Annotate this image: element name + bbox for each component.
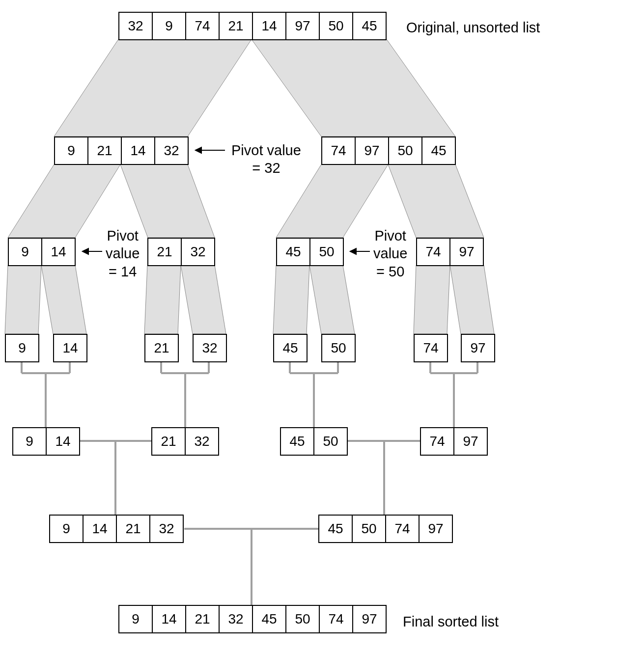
array-leaf-7: 97	[461, 334, 495, 362]
cell: 45	[421, 136, 456, 165]
svg-marker-1	[252, 39, 455, 136]
cell: 9	[5, 334, 39, 362]
cell: 74	[414, 334, 448, 362]
cell: 9	[12, 427, 47, 456]
svg-marker-11	[309, 265, 355, 334]
array-merge-right: 45 50 74 97	[318, 515, 453, 543]
array-leaf-3: 32	[193, 334, 227, 362]
svg-marker-12	[414, 265, 450, 334]
cell: 50	[285, 605, 320, 633]
cell: 32	[219, 605, 253, 633]
cell: 14	[252, 12, 286, 40]
svg-marker-8	[144, 265, 181, 334]
array-merge-a: 9 14	[12, 427, 80, 456]
cell: 14	[46, 427, 80, 456]
cell: 97	[285, 12, 320, 40]
text: Pivot	[107, 228, 138, 244]
text: value	[373, 245, 407, 261]
cell: 32	[193, 334, 227, 362]
label-pivot-14: Pivot value = 14	[106, 227, 140, 280]
array-merge-c: 45 50	[280, 427, 348, 456]
cell: 45	[318, 515, 353, 543]
svg-marker-6	[5, 265, 41, 334]
cell: 50	[309, 238, 344, 266]
cell: 50	[352, 515, 386, 543]
cell: 45	[280, 427, 314, 456]
text: = 14	[109, 264, 137, 279]
cell: 9	[49, 515, 84, 543]
cell: 97	[461, 334, 495, 362]
cell: 74	[185, 12, 220, 40]
cell: 32	[149, 515, 184, 543]
cell: 45	[352, 12, 387, 40]
cell: 14	[152, 605, 186, 633]
cell: 21	[87, 136, 122, 165]
label-pivot-32: Pivot value = 32	[231, 141, 301, 177]
cell: 97	[355, 136, 389, 165]
cell: 50	[319, 12, 353, 40]
cell: 14	[121, 136, 155, 165]
array-leaf-1: 14	[53, 334, 87, 362]
text: Pivot value	[231, 142, 301, 158]
svg-marker-37	[196, 147, 201, 153]
svg-marker-0	[54, 39, 252, 136]
cell: 21	[219, 12, 253, 40]
cell: 50	[321, 334, 356, 362]
array-leaf-6: 74	[414, 334, 448, 362]
array-final: 9 14 21 32 45 50 74 97	[118, 605, 387, 633]
cell: 21	[185, 605, 220, 633]
cell: 9	[152, 12, 186, 40]
array-leaf-5: 50	[321, 334, 356, 362]
cell: 45	[273, 334, 308, 362]
array-l2-c: 45 50	[276, 238, 344, 266]
cell: 50	[313, 427, 348, 456]
cell: 14	[41, 238, 76, 266]
array-leaf-4: 45	[273, 334, 308, 362]
svg-marker-39	[83, 248, 88, 254]
array-original: 32 9 74 21 14 97 50 45	[118, 12, 387, 40]
cell: 14	[83, 515, 117, 543]
cell: 21	[116, 515, 150, 543]
cell: 9	[54, 136, 88, 165]
cell: 45	[252, 605, 286, 633]
array-l2-a: 9 14	[8, 238, 76, 266]
cell: 74	[416, 238, 450, 266]
cell: 21	[151, 427, 186, 456]
cell: 74	[321, 136, 356, 165]
quicksort-diagram: 32 9 74 21 14 97 50 45 Original, unsorte…	[0, 0, 644, 654]
svg-marker-13	[450, 265, 494, 334]
cell: 32	[118, 12, 153, 40]
text: = 50	[376, 264, 404, 279]
text: Pivot	[374, 228, 406, 244]
cell: 32	[154, 136, 189, 165]
cell: 97	[449, 238, 484, 266]
cell: 9	[8, 238, 42, 266]
array-leaf-0: 9	[5, 334, 39, 362]
cell: 21	[147, 238, 182, 266]
cell: 14	[53, 334, 87, 362]
array-merge-left: 9 14 21 32	[49, 515, 184, 543]
array-merge-d: 74 97	[420, 427, 488, 456]
cell: 50	[388, 136, 422, 165]
label-final: Final sorted list	[403, 613, 499, 630]
cell: 97	[419, 515, 453, 543]
cell: 74	[385, 515, 420, 543]
array-l1-left: 9 21 14 32	[54, 136, 189, 165]
array-l2-d: 74 97	[416, 238, 484, 266]
label-original: Original, unsorted list	[406, 19, 540, 36]
cell: 74	[420, 427, 454, 456]
svg-marker-2	[8, 164, 120, 238]
text: = 32	[252, 160, 280, 176]
svg-marker-7	[41, 265, 86, 334]
array-l2-b: 21 32	[147, 238, 215, 266]
cell: 32	[181, 238, 215, 266]
svg-marker-9	[181, 265, 226, 334]
label-pivot-50: Pivot value = 50	[373, 227, 407, 280]
cell: 74	[319, 605, 353, 633]
array-leaf-2: 21	[144, 334, 179, 362]
array-merge-b: 21 32	[151, 427, 219, 456]
cell: 97	[453, 427, 488, 456]
cell: 45	[276, 238, 310, 266]
connector-lines	[0, 0, 644, 654]
text: value	[106, 245, 140, 261]
